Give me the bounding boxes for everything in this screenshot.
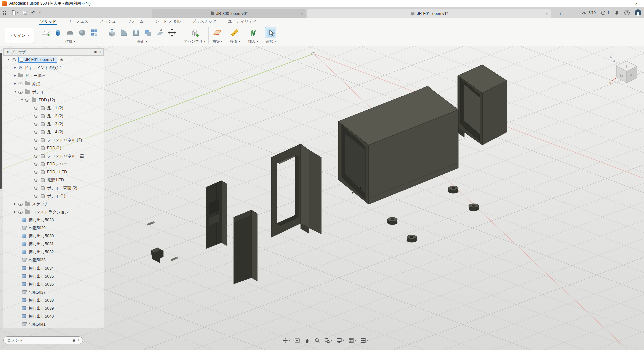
radio-toggle-icon[interactable]: ◉ <box>60 58 63 61</box>
new-tab-button[interactable]: + <box>556 9 565 18</box>
browser-row-bodies[interactable]: ▼ ボディ <box>3 88 104 96</box>
shell-button[interactable] <box>130 27 142 38</box>
3d-body-main-case[interactable] <box>338 86 458 204</box>
browser-body-row[interactable]: ボディ・背面 (2) <box>3 184 104 192</box>
create-group-dropdown[interactable]: 作成▾ <box>65 39 75 44</box>
browser-body-row[interactable]: FDD・LED <box>3 168 104 176</box>
timeline-feature-row[interactable]: 押し出し5031 <box>3 240 104 248</box>
browser-row-origin[interactable]: ▶ 原点 <box>3 80 104 88</box>
expand-icon[interactable]: ▼ <box>7 58 12 61</box>
tab-form[interactable]: フォーム <box>127 18 144 25</box>
visibility-eye-icon[interactable] <box>34 179 38 182</box>
expand-icon[interactable]: ▼ <box>14 91 18 93</box>
offset-face-button[interactable] <box>154 27 166 38</box>
file-menu-button[interactable]: ▾ <box>11 10 18 15</box>
visibility-eye-icon[interactable] <box>34 187 38 190</box>
visibility-eye-icon[interactable] <box>18 91 23 94</box>
browser-row-named-views[interactable]: ▶ ビュー管理 <box>3 72 104 80</box>
press-pull-button[interactable] <box>106 27 118 38</box>
pattern-button[interactable] <box>89 27 100 38</box>
construct-group-dropdown[interactable]: 構築▾ <box>212 39 222 44</box>
visibility-eye-icon[interactable] <box>34 195 38 198</box>
viewport-canvas[interactable]: ⌂ 上 前 右 X Z ◀ ブラウザ ◉ ‖ <box>0 46 644 350</box>
minimize-button[interactable]: ─ <box>598 0 613 7</box>
tab-plastic[interactable]: プラスチック <box>191 18 217 25</box>
notification-center-button[interactable]: 1 <box>601 10 609 15</box>
assemble-group-dropdown[interactable]: アセンブリ▾ <box>184 39 205 44</box>
measure-button[interactable] <box>229 27 241 38</box>
3d-body-pin[interactable] <box>172 257 178 260</box>
browser-body-row[interactable]: 足・4 (2) <box>3 128 104 136</box>
visibility-eye-icon[interactable] <box>12 58 16 61</box>
tab-close-icon[interactable]: × <box>546 11 548 16</box>
timeline-feature-row[interactable]: 押し出し5032 <box>3 248 104 256</box>
document-tab-jrf01[interactable]: JR-F01_open v1* × <box>307 9 551 18</box>
3d-body-lever[interactable] <box>151 248 163 263</box>
browser-body-row[interactable]: フロントパネル・蓋 <box>3 152 104 160</box>
panel-grip-icon[interactable]: ‖ <box>99 51 101 54</box>
zoom-button[interactable] <box>314 338 320 343</box>
redo-dropdown-button[interactable]: ▾ <box>39 11 41 14</box>
insert-group-dropdown[interactable]: 挿入▾ <box>248 39 258 44</box>
pan-button[interactable]: ▾ <box>282 338 290 343</box>
expand-icon[interactable]: ▶ <box>14 82 18 85</box>
browser-row-fdd-group[interactable]: ▼ FDD (12) <box>3 96 104 104</box>
browser-body-row[interactable]: 足・1 (2) <box>3 104 104 112</box>
timeline-feature-row[interactable]: 勾配5041 <box>3 320 104 328</box>
visibility-eye-icon[interactable] <box>34 115 38 118</box>
create-sketch-button[interactable] <box>40 27 52 38</box>
tab-mesh[interactable]: メッシュ <box>99 18 117 25</box>
expand-icon[interactable]: ▼ <box>21 99 25 101</box>
move-copy-button[interactable] <box>166 27 178 38</box>
inspect-group-dropdown[interactable]: 検査▾ <box>230 39 240 44</box>
3d-body-foot[interactable] <box>387 217 397 225</box>
visibility-eye-icon[interactable] <box>34 147 38 150</box>
timeline-feature-row[interactable]: 押し出し5036 <box>3 280 104 288</box>
timeline-feature-row[interactable]: 押し出し5040 <box>3 312 104 320</box>
browser-header[interactable]: ◀ ブラウザ ◉ ‖ <box>3 48 104 56</box>
user-avatar[interactable] <box>635 9 641 16</box>
sphere-button[interactable] <box>76 27 88 38</box>
document-tab-jr300[interactable]: JR-300_open v0* × <box>152 9 306 18</box>
app-grid-icon[interactable] <box>3 10 7 15</box>
3d-body-foot[interactable] <box>469 204 479 211</box>
tab-sheetmetal[interactable]: シート メタル <box>154 18 181 25</box>
3d-body-foot[interactable] <box>448 186 458 193</box>
zoom-window-button[interactable]: ▾ <box>324 338 332 343</box>
expand-icon[interactable]: ▶ <box>14 211 18 213</box>
select-group-dropdown[interactable]: 選択▾ <box>266 39 276 44</box>
grid-settings-button[interactable]: ▾ <box>348 338 356 343</box>
tab-utility[interactable]: ユーティリティ <box>227 18 258 25</box>
save-button[interactable] <box>22 10 27 15</box>
tab-solid[interactable]: ソリッド <box>39 18 57 25</box>
browser-row-doc-settings[interactable]: ▶ ⚙ ドキュメントの設定 <box>3 64 104 72</box>
visibility-eye-icon[interactable] <box>34 107 38 110</box>
visibility-eye-icon[interactable] <box>18 211 23 214</box>
3d-body-front-frame[interactable] <box>271 144 321 237</box>
browser-body-row[interactable]: フロントパネル (2) <box>3 136 104 144</box>
browser-row-sketches[interactable]: ▶ スケッチ <box>3 200 104 208</box>
bell-icon[interactable] <box>614 10 619 15</box>
expand-icon[interactable]: ▶ <box>14 66 18 69</box>
visibility-eye-icon[interactable] <box>34 139 38 142</box>
timeline-feature-row[interactable]: 勾配5033 <box>3 256 104 264</box>
browser-body-row[interactable]: FDDレバー <box>3 160 104 168</box>
collapse-panel-icon[interactable]: ◀ <box>6 51 8 53</box>
browser-body-row[interactable]: FDD (1) <box>3 144 104 152</box>
extrude-button[interactable] <box>52 27 64 38</box>
docked-panel-edge[interactable] <box>0 53 2 189</box>
visibility-eye-icon[interactable] <box>18 203 23 206</box>
3d-body-foot[interactable] <box>407 235 417 242</box>
combine-button[interactable] <box>142 27 154 38</box>
comment-toggle-icon[interactable]: ◉ <box>73 339 76 342</box>
display-settings-button[interactable]: ▾ <box>336 338 344 343</box>
browser-root-row[interactable]: ▼ JR-F01_open v1 ◉ <box>3 56 104 64</box>
browser-body-row[interactable]: 足・3 (2) <box>3 120 104 128</box>
visibility-eye-icon[interactable] <box>34 123 38 126</box>
display-toggle-icon[interactable]: ◉ <box>94 50 97 54</box>
visibility-eye-icon[interactable] <box>34 163 38 166</box>
undo-button[interactable]: ↶ <box>31 10 35 15</box>
maximize-button[interactable]: □ <box>613 0 629 7</box>
3d-body-fdd-cover[interactable] <box>234 210 257 284</box>
new-component-button[interactable] <box>189 27 200 38</box>
